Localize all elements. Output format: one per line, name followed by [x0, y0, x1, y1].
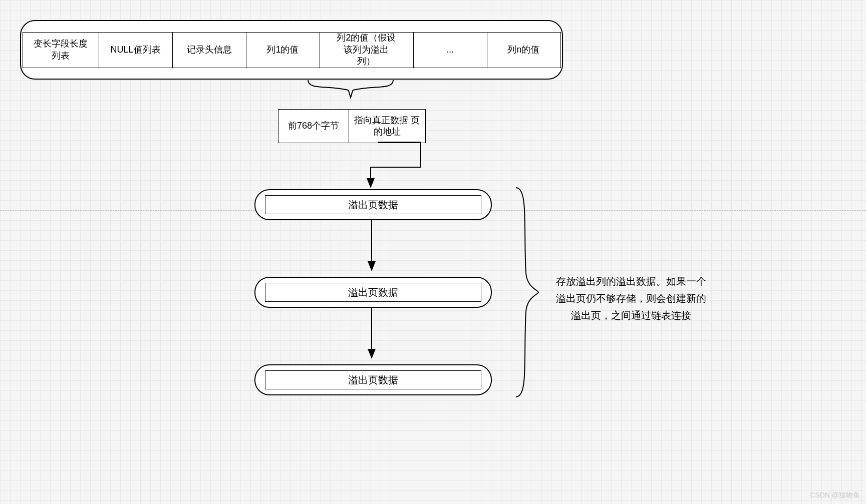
watermark: CSDN @猫吻鱼: [810, 491, 860, 500]
record-container: 变长字段长度 列表 NULL值列表 记录头信息 列1的值 列2的值（假设 该列为…: [20, 20, 563, 80]
overflow-page-3-label: 溢出页数据: [265, 370, 481, 389]
annotation-line-3: 溢出页，之间通过链表连接: [546, 307, 716, 324]
record-cell-col2-overflow: 列2的值（假设 该列为溢出 列）: [320, 33, 414, 68]
record-cell-varlen: 变长字段长度 列表: [23, 33, 99, 68]
annotation-line-1: 存放溢出列的溢出数据。如果一个: [546, 273, 716, 290]
record-cell-coln: 列n的值: [487, 33, 560, 68]
arrow-page1-to-page2: [368, 220, 378, 275]
record-cell-col1: 列1的值: [246, 33, 320, 68]
arrow-pointer-to-page1: [371, 142, 431, 192]
cell-pointer: 指向真正数据 页的地址: [349, 110, 425, 143]
brace-col2: [308, 80, 393, 100]
overflow-page-1-label: 溢出页数据: [265, 195, 481, 214]
record-cell-header: 记录头信息: [173, 33, 246, 68]
record-row: 变长字段长度 列表 NULL值列表 记录头信息 列1的值 列2的值（假设 该列为…: [23, 32, 561, 68]
overflow-page-1: 溢出页数据: [254, 189, 492, 220]
cell-768-bytes: 前768个字节: [278, 110, 349, 143]
record-cell-null-list: NULL值列表: [99, 33, 173, 68]
brace-overflow-pages: [516, 188, 541, 397]
annotation-text: 存放溢出列的溢出数据。如果一个 溢出页仍不够存储，则会创建新的 溢出页，之间通过…: [546, 273, 716, 324]
overflow-detail-row: 前768个字节 指向真正数据 页的地址: [278, 109, 426, 143]
overflow-page-2: 溢出页数据: [254, 277, 492, 308]
annotation-line-2: 溢出页仍不够存储，则会创建新的: [546, 290, 716, 307]
record-cell-ellipsis: ...: [414, 33, 487, 68]
overflow-page-3: 溢出页数据: [254, 364, 492, 395]
arrow-page2-to-page3: [368, 308, 378, 363]
overflow-page-2-label: 溢出页数据: [265, 283, 481, 302]
